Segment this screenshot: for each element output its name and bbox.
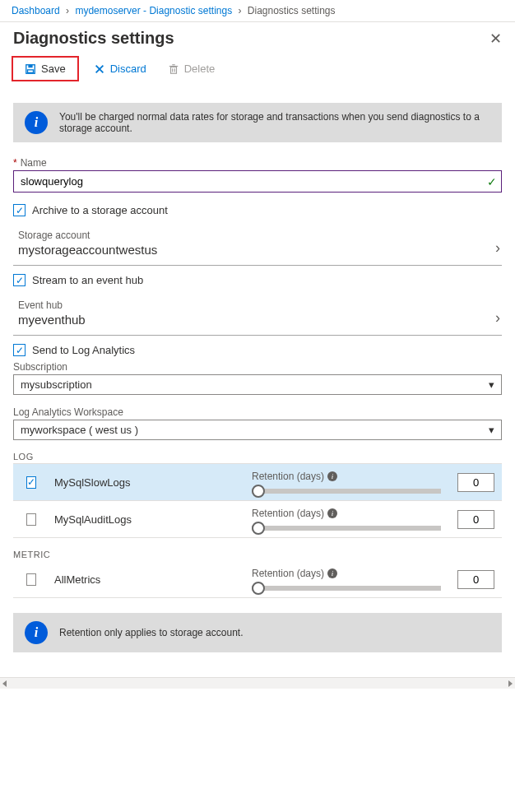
info-text: You'll be charged normal data rates for … [59, 111, 490, 134]
chevron-right-icon: › [495, 309, 502, 327]
delete-label: Delete [184, 63, 216, 75]
breadcrumb-dashboard[interactable]: Dashboard [12, 5, 60, 16]
page-title: Diagnostics settings [13, 29, 174, 48]
slider-thumb[interactable] [252, 582, 265, 595]
svg-rect-1 [28, 64, 32, 67]
workspace-value: myworkspace ( west us ) [21, 424, 138, 436]
metric-checkbox-allmetrics[interactable]: ✓ [26, 573, 36, 586]
save-label: Save [41, 63, 66, 75]
chevron-down-icon: ▾ [489, 378, 494, 391]
eventhub-label: Stream to an event hub [32, 274, 143, 286]
info-icon: i [25, 621, 48, 644]
horizontal-scrollbar[interactable] [0, 677, 515, 689]
retention-label: Retention (days) [252, 508, 324, 519]
loganalytics-checkbox[interactable]: ✓ [13, 344, 26, 356]
retention-days-input[interactable] [457, 570, 494, 589]
info-help-icon[interactable]: i [327, 508, 337, 518]
discard-label: Discard [110, 63, 146, 75]
log-name: MySqlAuditLogs [54, 513, 244, 526]
footer-info-text: Retention only applies to storage accoun… [59, 627, 243, 638]
breadcrumb: Dashboard › mydemoserver - Diagnostic se… [0, 0, 515, 22]
name-label: *Name [13, 157, 502, 169]
archive-label: Archive to a storage account [32, 204, 168, 216]
discard-icon [94, 63, 105, 75]
subscription-select[interactable]: mysubscription ▾ [13, 374, 502, 395]
log-checkbox-slowlogs[interactable]: ✓ [26, 476, 36, 489]
eventhub-checkbox[interactable]: ✓ [13, 274, 26, 286]
required-star-icon: * [13, 157, 17, 169]
chevron-down-icon: ▾ [489, 424, 494, 436]
trash-icon [168, 63, 179, 75]
info-banner: i You'll be charged normal data rates fo… [13, 103, 502, 142]
log-section-title: LOG [13, 452, 502, 462]
log-row: ✓ MySqlSlowLogs Retention (days)i [13, 463, 502, 501]
retention-slider[interactable] [252, 526, 441, 531]
delete-button[interactable]: Delete [161, 59, 222, 78]
chevron-right-icon: › [495, 239, 502, 257]
slider-thumb[interactable] [252, 485, 265, 498]
subscription-label: Subscription [13, 361, 502, 373]
loganalytics-label: Send to Log Analytics [32, 344, 135, 356]
breadcrumb-server[interactable]: mydemoserver - Diagnostic settings [75, 5, 232, 16]
info-help-icon[interactable]: i [327, 568, 337, 578]
storage-account-picker[interactable]: Storage account mystorageaccountwestus › [18, 226, 502, 260]
check-icon: ✓ [487, 175, 497, 188]
save-icon [25, 63, 36, 75]
retention-days-input[interactable] [457, 473, 494, 492]
subscription-value: mysubscription [21, 378, 92, 391]
retention-slider[interactable] [252, 586, 441, 591]
retention-label: Retention (days) [252, 471, 324, 482]
name-input[interactable] [13, 170, 502, 193]
eventhub-picker-label: Event hub [18, 299, 86, 311]
retention-label: Retention (days) [252, 568, 324, 579]
storage-account-label: Storage account [18, 230, 157, 241]
footer-info-banner: i Retention only applies to storage acco… [13, 613, 502, 652]
info-icon: i [25, 111, 48, 134]
discard-button[interactable]: Discard [87, 59, 153, 78]
info-help-icon[interactable]: i [327, 471, 337, 481]
log-name: MySqlSlowLogs [54, 476, 244, 489]
workspace-select[interactable]: myworkspace ( west us ) ▾ [13, 420, 502, 440]
close-icon[interactable]: ✕ [489, 30, 502, 48]
metric-row: ✓ AllMetrics Retention (days)i [13, 561, 502, 598]
chevron-right-icon: › [238, 5, 241, 16]
eventhub-picker-value: myeventhub [18, 313, 86, 327]
metric-name: AllMetrics [54, 573, 244, 586]
breadcrumb-current: Diagnostics settings [248, 5, 336, 16]
svg-rect-5 [170, 67, 176, 73]
storage-account-value: mystorageaccountwestus [18, 243, 157, 257]
retention-days-input[interactable] [457, 510, 494, 529]
save-button[interactable]: Save [18, 59, 72, 78]
toolbar: Save Discard Delete [0, 51, 515, 90]
log-checkbox-auditlogs[interactable]: ✓ [26, 513, 36, 526]
svg-rect-2 [28, 69, 34, 72]
log-row: ✓ MySqlAuditLogs Retention (days)i [13, 501, 502, 538]
slider-thumb[interactable] [252, 522, 265, 535]
workspace-label: Log Analytics Workspace [13, 406, 502, 418]
metric-section-title: METRIC [13, 550, 502, 559]
chevron-right-icon: › [66, 5, 69, 16]
archive-checkbox[interactable]: ✓ [13, 204, 26, 216]
retention-slider[interactable] [252, 489, 441, 494]
eventhub-picker[interactable]: Event hub myeventhub › [18, 296, 502, 330]
